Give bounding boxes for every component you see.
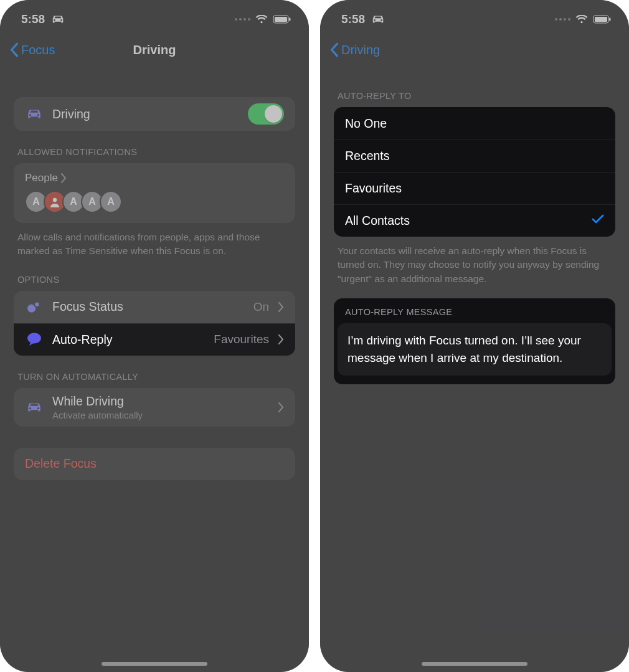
driving-toggle[interactable] (248, 103, 284, 125)
allowed-people-cell[interactable]: People A A A A (14, 163, 295, 223)
chevron-right-icon (278, 402, 284, 412)
auto-group: While Driving Activate automatically (14, 388, 295, 427)
section-header-options: OPTIONS (0, 258, 309, 291)
reply-to-option-all-contacts[interactable]: All Contacts (334, 204, 615, 237)
allowed-footer: Allow calls and notifications from peopl… (0, 223, 309, 258)
reply-to-list: No One Recents Favourites All Contacts (334, 107, 615, 237)
reply-to-footer: Your contacts will receive an auto-reply… (320, 237, 629, 286)
focus-status-row[interactable]: Focus Status On (14, 291, 295, 323)
cellular-dots-icon (235, 18, 250, 21)
while-driving-row[interactable]: While Driving Activate automatically (14, 388, 295, 427)
svg-rect-8 (595, 17, 607, 22)
car-icon (25, 105, 44, 123)
svg-point-3 (53, 198, 57, 202)
chevron-right-icon (278, 302, 284, 312)
people-avatars: A A A A (25, 191, 122, 213)
driving-toggle-label: Driving (52, 107, 239, 121)
section-header-auto: TURN ON AUTOMATICALLY (0, 356, 309, 388)
status-bar: 5:58 (320, 0, 629, 34)
focus-status-label: Focus Status (52, 300, 245, 314)
phone-auto-reply: 5:58 Driving AUTO-REPLY (320, 0, 629, 672)
auto-reply-message-field[interactable]: I’m driving with Focus turned on. I’ll s… (338, 323, 612, 375)
auto-reply-message-group: AUTO-REPLY MESSAGE I’m driving with Focu… (334, 298, 615, 384)
auto-reply-detail: Favourites (214, 333, 269, 346)
car-icon (25, 398, 44, 417)
delete-group: Delete Focus (14, 448, 295, 480)
delete-focus-button[interactable]: Delete Focus (14, 448, 295, 480)
battery-icon (273, 15, 291, 24)
cellular-dots-icon (555, 18, 570, 21)
focus-status-icon (25, 298, 44, 316)
option-label: All Contacts (345, 214, 583, 228)
section-header-reply-to: AUTO-REPLY TO (320, 66, 629, 107)
back-label: Driving (341, 43, 380, 57)
svg-rect-9 (609, 18, 611, 21)
battery-icon (593, 15, 612, 24)
auto-reply-message-header: AUTO-REPLY MESSAGE (334, 298, 615, 323)
svg-rect-1 (275, 17, 287, 22)
svg-point-5 (34, 301, 40, 307)
home-indicator[interactable] (102, 662, 207, 666)
car-icon (371, 14, 385, 24)
while-driving-label: While Driving (52, 394, 269, 409)
focus-status-detail: On (253, 300, 269, 314)
delete-focus-label: Delete Focus (25, 457, 284, 471)
while-driving-sub: Activate automatically (52, 410, 269, 420)
back-button[interactable]: Driving (330, 43, 380, 57)
auto-reply-label: Auto-Reply (52, 333, 205, 347)
status-bar: 5:58 (0, 0, 309, 34)
car-icon (51, 14, 65, 24)
section-header-allowed: ALLOWED NOTIFICATIONS (0, 131, 309, 163)
chevron-right-icon (60, 173, 67, 183)
people-label: People (25, 172, 58, 184)
option-label: No One (345, 116, 604, 131)
back-label: Focus (21, 43, 55, 57)
checkmark-icon (592, 214, 604, 228)
chevron-right-icon (278, 334, 284, 344)
option-label: Recents (345, 149, 604, 163)
wifi-icon (575, 15, 588, 24)
reply-to-option-no-one[interactable]: No One (334, 107, 615, 140)
speech-bubble-icon (25, 330, 44, 349)
nav-bar: Focus Driving (0, 34, 309, 66)
status-time: 5:58 (21, 12, 45, 26)
reply-to-option-favourites[interactable]: Favourites (334, 172, 615, 204)
svg-rect-2 (289, 18, 291, 21)
avatar: A (100, 191, 122, 213)
back-button[interactable]: Focus (10, 43, 55, 57)
options-group: Focus Status On Auto-Reply Favourites (14, 291, 295, 356)
reply-to-option-recents[interactable]: Recents (334, 140, 615, 172)
svg-point-6 (27, 333, 41, 344)
wifi-icon (255, 15, 268, 24)
nav-bar: Driving (320, 34, 629, 66)
auto-reply-row[interactable]: Auto-Reply Favourites (14, 323, 295, 356)
option-label: Favourites (345, 181, 604, 196)
phone-driving-settings: 5:58 Focus Driving (0, 0, 309, 672)
status-time: 5:58 (341, 12, 365, 26)
home-indicator[interactable] (422, 662, 527, 666)
driving-toggle-row: Driving (14, 97, 295, 131)
